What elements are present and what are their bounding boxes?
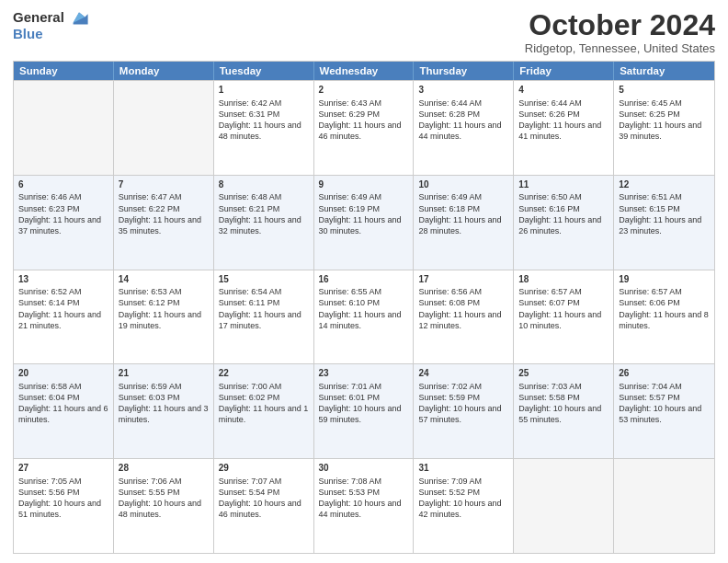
- day-info: Sunrise: 6:55 AMSunset: 6:10 PMDaylight:…: [319, 286, 409, 331]
- day-cell-17: 17Sunrise: 6:56 AMSunset: 6:08 PMDayligh…: [414, 270, 514, 364]
- day-cell-1: 1Sunrise: 6:42 AMSunset: 6:31 PMDaylight…: [214, 81, 314, 175]
- day-number: 4: [518, 84, 609, 97]
- day-cell-25: 25Sunrise: 7:03 AMSunset: 5:58 PMDayligh…: [514, 364, 614, 458]
- day-number: 17: [418, 273, 508, 286]
- day-info: Sunrise: 7:07 AMSunset: 5:54 PMDaylight:…: [219, 476, 309, 521]
- day-cell-6: 6Sunrise: 6:46 AMSunset: 6:23 PMDaylight…: [14, 176, 114, 270]
- logo-text: General: [13, 9, 88, 26]
- day-cell-8: 8Sunrise: 6:48 AMSunset: 6:21 PMDaylight…: [214, 176, 314, 270]
- day-info: Sunrise: 6:52 AMSunset: 6:14 PMDaylight:…: [18, 286, 108, 331]
- day-cell-12: 12Sunrise: 6:51 AMSunset: 6:15 PMDayligh…: [614, 176, 714, 270]
- day-number: 23: [319, 367, 409, 380]
- page-header: General Blue October 2024 Ridgetop, Tenn…: [13, 9, 715, 55]
- day-number: 10: [418, 178, 508, 191]
- day-number: 6: [18, 178, 108, 191]
- day-info: Sunrise: 7:03 AMSunset: 5:58 PMDaylight:…: [518, 381, 609, 426]
- day-number: 8: [219, 178, 309, 191]
- day-cell-3: 3Sunrise: 6:44 AMSunset: 6:28 PMDaylight…: [414, 81, 514, 175]
- day-cell-28: 28Sunrise: 7:06 AMSunset: 5:55 PMDayligh…: [114, 459, 214, 553]
- header-right: October 2024 Ridgetop, Tennessee, United…: [525, 9, 715, 55]
- day-number: 20: [18, 367, 108, 380]
- day-cell-23: 23Sunrise: 7:01 AMSunset: 6:01 PMDayligh…: [314, 364, 415, 458]
- day-cell-29: 29Sunrise: 7:07 AMSunset: 5:54 PMDayligh…: [214, 459, 314, 553]
- day-cell-30: 30Sunrise: 7:08 AMSunset: 5:53 PMDayligh…: [314, 459, 415, 553]
- day-number: 3: [418, 84, 508, 97]
- day-number: 14: [119, 273, 209, 286]
- day-info: Sunrise: 6:44 AMSunset: 6:28 PMDaylight:…: [418, 98, 508, 143]
- day-number: 21: [119, 367, 209, 380]
- header-cell-sunday: Sunday: [14, 62, 114, 80]
- logo: General Blue: [13, 9, 88, 41]
- day-number: 7: [119, 178, 209, 191]
- calendar-body: 1Sunrise: 6:42 AMSunset: 6:31 PMDaylight…: [14, 80, 714, 553]
- day-number: 24: [418, 367, 508, 380]
- day-number: 12: [619, 178, 710, 191]
- day-cell-24: 24Sunrise: 7:02 AMSunset: 5:59 PMDayligh…: [414, 364, 514, 458]
- day-info: Sunrise: 6:58 AMSunset: 6:04 PMDaylight:…: [18, 381, 108, 426]
- empty-cell: [614, 459, 714, 553]
- day-cell-7: 7Sunrise: 6:47 AMSunset: 6:22 PMDaylight…: [114, 176, 214, 270]
- day-cell-9: 9Sunrise: 6:49 AMSunset: 6:19 PMDaylight…: [314, 176, 415, 270]
- day-info: Sunrise: 6:53 AMSunset: 6:12 PMDaylight:…: [119, 286, 209, 331]
- header-cell-friday: Friday: [514, 62, 614, 80]
- day-cell-11: 11Sunrise: 6:50 AMSunset: 6:16 PMDayligh…: [514, 176, 614, 270]
- day-cell-18: 18Sunrise: 6:57 AMSunset: 6:07 PMDayligh…: [514, 270, 614, 364]
- day-number: 31: [418, 462, 508, 475]
- empty-cell: [14, 81, 114, 175]
- day-info: Sunrise: 6:54 AMSunset: 6:11 PMDaylight:…: [219, 286, 309, 331]
- day-number: 16: [319, 273, 409, 286]
- month-title: October 2024: [525, 9, 715, 41]
- day-info: Sunrise: 6:43 AMSunset: 6:29 PMDaylight:…: [319, 98, 409, 143]
- day-cell-27: 27Sunrise: 7:05 AMSunset: 5:56 PMDayligh…: [14, 459, 114, 553]
- day-info: Sunrise: 6:49 AMSunset: 6:19 PMDaylight:…: [319, 191, 409, 236]
- day-info: Sunrise: 7:08 AMSunset: 5:53 PMDaylight:…: [319, 476, 409, 521]
- day-number: 18: [518, 273, 609, 286]
- day-cell-14: 14Sunrise: 6:53 AMSunset: 6:12 PMDayligh…: [114, 270, 214, 364]
- day-number: 26: [619, 367, 710, 380]
- day-number: 22: [219, 367, 309, 380]
- calendar-header: SundayMondayTuesdayWednesdayThursdayFrid…: [14, 62, 714, 80]
- day-info: Sunrise: 7:06 AMSunset: 5:55 PMDaylight:…: [119, 476, 209, 521]
- empty-cell: [114, 81, 214, 175]
- day-cell-2: 2Sunrise: 6:43 AMSunset: 6:29 PMDaylight…: [314, 81, 415, 175]
- day-number: 30: [319, 462, 409, 475]
- day-info: Sunrise: 6:57 AMSunset: 6:06 PMDaylight:…: [619, 286, 710, 331]
- day-info: Sunrise: 6:57 AMSunset: 6:07 PMDaylight:…: [518, 286, 609, 331]
- day-info: Sunrise: 6:44 AMSunset: 6:26 PMDaylight:…: [518, 98, 609, 143]
- calendar-row-1: 1Sunrise: 6:42 AMSunset: 6:31 PMDaylight…: [14, 80, 714, 175]
- header-cell-tuesday: Tuesday: [214, 62, 314, 80]
- day-number: 25: [518, 367, 609, 380]
- day-cell-20: 20Sunrise: 6:58 AMSunset: 6:04 PMDayligh…: [14, 364, 114, 458]
- day-cell-16: 16Sunrise: 6:55 AMSunset: 6:10 PMDayligh…: [314, 270, 415, 364]
- logo-icon: [70, 11, 88, 26]
- day-cell-15: 15Sunrise: 6:54 AMSunset: 6:11 PMDayligh…: [214, 270, 314, 364]
- day-info: Sunrise: 6:49 AMSunset: 6:18 PMDaylight:…: [418, 191, 508, 236]
- day-number: 15: [219, 273, 309, 286]
- header-cell-thursday: Thursday: [414, 62, 514, 80]
- day-info: Sunrise: 6:42 AMSunset: 6:31 PMDaylight:…: [219, 98, 309, 143]
- day-cell-31: 31Sunrise: 7:09 AMSunset: 5:52 PMDayligh…: [414, 459, 514, 553]
- day-info: Sunrise: 6:51 AMSunset: 6:15 PMDaylight:…: [619, 191, 710, 236]
- day-cell-10: 10Sunrise: 6:49 AMSunset: 6:18 PMDayligh…: [414, 176, 514, 270]
- calendar-row-4: 20Sunrise: 6:58 AMSunset: 6:04 PMDayligh…: [14, 363, 714, 458]
- day-number: 9: [319, 178, 409, 191]
- day-number: 11: [518, 178, 609, 191]
- day-cell-21: 21Sunrise: 6:59 AMSunset: 6:03 PMDayligh…: [114, 364, 214, 458]
- day-cell-26: 26Sunrise: 7:04 AMSunset: 5:57 PMDayligh…: [614, 364, 714, 458]
- day-number: 29: [219, 462, 309, 475]
- day-info: Sunrise: 6:59 AMSunset: 6:03 PMDaylight:…: [119, 381, 209, 426]
- day-number: 2: [319, 84, 409, 97]
- calendar-row-3: 13Sunrise: 6:52 AMSunset: 6:14 PMDayligh…: [14, 270, 714, 364]
- day-info: Sunrise: 7:09 AMSunset: 5:52 PMDaylight:…: [418, 476, 508, 521]
- calendar-row-2: 6Sunrise: 6:46 AMSunset: 6:23 PMDaylight…: [14, 175, 714, 270]
- day-info: Sunrise: 6:46 AMSunset: 6:23 PMDaylight:…: [18, 191, 108, 236]
- calendar: SundayMondayTuesdayWednesdayThursdayFrid…: [13, 61, 715, 554]
- day-number: 28: [119, 462, 209, 475]
- day-info: Sunrise: 7:02 AMSunset: 5:59 PMDaylight:…: [418, 381, 508, 426]
- day-info: Sunrise: 6:47 AMSunset: 6:22 PMDaylight:…: [119, 191, 209, 236]
- day-info: Sunrise: 7:04 AMSunset: 5:57 PMDaylight:…: [619, 381, 710, 426]
- day-info: Sunrise: 7:01 AMSunset: 6:01 PMDaylight:…: [319, 381, 409, 426]
- day-info: Sunrise: 6:45 AMSunset: 6:25 PMDaylight:…: [619, 98, 710, 143]
- day-cell-13: 13Sunrise: 6:52 AMSunset: 6:14 PMDayligh…: [14, 270, 114, 364]
- day-info: Sunrise: 7:00 AMSunset: 6:02 PMDaylight:…: [219, 381, 309, 426]
